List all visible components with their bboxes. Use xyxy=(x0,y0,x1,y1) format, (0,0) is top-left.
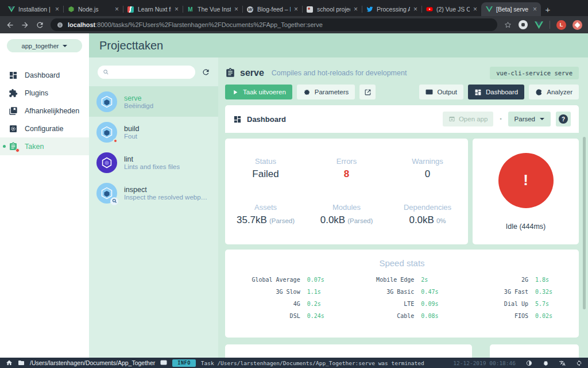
sidebar-item-tasks[interactable]: Taken xyxy=(0,137,89,155)
close-icon[interactable]: × xyxy=(473,6,477,13)
twitter-icon xyxy=(366,6,373,13)
bookmark-star-icon[interactable] xyxy=(504,21,512,29)
forward-icon[interactable] xyxy=(21,21,29,29)
browser-tab[interactable]: (2) Vue JS Cra × xyxy=(421,2,481,16)
status-bar: /Users/larstenhagen/Documents/App_Togeth… xyxy=(0,358,588,368)
task-item-build[interactable]: build Fout xyxy=(89,117,218,147)
translate-icon[interactable] xyxy=(559,360,566,366)
sidebar-item-dashboard[interactable]: Dashboard xyxy=(0,66,89,84)
open-task-page-button[interactable] xyxy=(359,85,376,99)
stat-value: 0.0kB xyxy=(409,214,434,225)
task-search-input[interactable] xyxy=(113,69,190,76)
task-item-lint[interactable]: lint Lints and fixes files xyxy=(89,147,218,178)
parameters-label: Parameters xyxy=(315,89,349,95)
browser-tab[interactable]: Node.js × xyxy=(63,2,123,16)
dashboard-scrollbar[interactable] xyxy=(583,137,586,309)
sidebar-item-label: Plugins xyxy=(25,89,48,97)
help-button[interactable]: ? xyxy=(556,112,571,126)
speed-stats-column: Mobile Edge2s 3G Basic0.47s LTE0.09s Cab… xyxy=(352,277,452,319)
error-dot xyxy=(16,148,20,152)
task-list-panel: serve Beëindigd build Fout xyxy=(89,57,218,358)
analyzer-donut-icon xyxy=(535,89,543,96)
new-tab-button[interactable]: + xyxy=(541,2,555,16)
log-console-icon[interactable] xyxy=(160,359,167,366)
url-text: localhost:8000/tasks/%2FUsers%2Flarstenh… xyxy=(68,21,323,28)
sidebar-item-plugins[interactable]: Plugins xyxy=(0,84,89,102)
close-icon[interactable]: × xyxy=(294,6,298,13)
close-icon[interactable]: × xyxy=(234,6,238,13)
stat-assets: Assets 35.7kB(Parsed) xyxy=(225,203,306,226)
run-task-button[interactable]: Taak uitvoeren xyxy=(225,85,292,99)
browser-tab-active[interactable]: [Beta] serve - × xyxy=(481,2,541,16)
speed-value: 1.8s xyxy=(535,277,566,283)
folder-icon[interactable] xyxy=(18,359,25,366)
browser-tab[interactable]: Installation | Vu × xyxy=(3,2,63,16)
parameters-button[interactable]: Parameters xyxy=(297,85,355,99)
running-task-dot xyxy=(3,145,6,148)
back-icon[interactable] xyxy=(6,21,14,29)
address-bar[interactable]: localhost:8000/tasks/%2FUsers%2Flarstenh… xyxy=(51,18,497,31)
close-icon[interactable]: × xyxy=(413,6,417,13)
project-path[interactable]: /Users/larstenhagen/Documents/App_Togeth… xyxy=(30,359,155,366)
close-icon[interactable]: × xyxy=(55,6,59,13)
error-dot xyxy=(113,139,118,143)
tab-dashboard-label: Dashboard xyxy=(486,89,518,95)
extension-icon[interactable] xyxy=(519,20,528,29)
open-app-button[interactable]: Open app xyxy=(443,112,494,126)
browser-tab[interactable]: school project × xyxy=(302,2,362,16)
site-info-icon[interactable] xyxy=(57,22,63,28)
browser-tab[interactable]: Learn Nuxt fro × xyxy=(123,2,183,16)
reload-icon[interactable] xyxy=(36,21,44,29)
stat-value: 0 xyxy=(425,168,430,179)
tab-dashboard[interactable]: Dashboard xyxy=(468,85,524,99)
task-item-inspect[interactable]: inspect Inspect the resolved webpa… xyxy=(89,178,218,208)
speed-label: Cable xyxy=(352,313,415,319)
sync-icon[interactable] xyxy=(576,360,582,366)
close-icon[interactable]: × xyxy=(533,6,537,13)
task-detail-view: serve Compiles and hot-reloads for devel… xyxy=(218,57,588,358)
browser-tab[interactable]: Processing An × xyxy=(362,2,421,16)
eslint-icon xyxy=(96,152,117,173)
page-header: Projecttaken xyxy=(89,33,588,57)
stat-value: 35.7kB xyxy=(237,214,267,225)
project-select[interactable]: app_together xyxy=(7,39,82,52)
browser-tab[interactable]: W Blog-feed – E × xyxy=(242,2,302,16)
tab-analyzer[interactable]: Analyzer xyxy=(529,85,579,99)
stat-label: Modules xyxy=(306,203,387,212)
close-icon[interactable]: × xyxy=(354,6,358,13)
task-name: serve xyxy=(124,94,153,102)
speed-value: 0.2s xyxy=(307,301,338,307)
close-icon[interactable]: × xyxy=(175,6,179,13)
stat-label: Assets xyxy=(225,203,306,212)
profile-icon[interactable] xyxy=(572,20,582,30)
tab-output[interactable]: Output xyxy=(419,85,463,99)
webpack-icon xyxy=(96,91,117,112)
task-search xyxy=(98,66,195,79)
refresh-tasks-button[interactable] xyxy=(202,68,210,76)
sidebar-item-configuration[interactable]: Configuratie xyxy=(0,120,89,137)
vue-devtools-icon[interactable] xyxy=(534,20,543,29)
stat-label: Status xyxy=(225,157,306,166)
log-message[interactable]: Task /Users/larstenhagen/Documents/App_T… xyxy=(201,360,448,366)
task-name: build xyxy=(124,125,139,133)
speed-stats-title: Speed stats xyxy=(238,258,566,268)
run-task-label: Taak uitvoeren xyxy=(243,89,286,95)
chevron-down-icon xyxy=(540,118,544,120)
log-level-badge: INFO xyxy=(172,359,195,367)
avatar[interactable]: L xyxy=(556,20,566,30)
speed-value: 2s xyxy=(421,277,452,283)
dark-mode-toggle-icon[interactable] xyxy=(526,360,532,366)
size-mode-select[interactable]: Parsed xyxy=(508,112,551,126)
speed-label: Global Average xyxy=(238,277,300,283)
bug-report-icon[interactable] xyxy=(543,360,549,366)
tab-title: Blog-feed – E xyxy=(257,6,291,13)
browser-toolbar: localhost:8000/tasks/%2FUsers%2Flarstenh… xyxy=(0,16,588,33)
home-icon[interactable] xyxy=(6,359,13,366)
dashboard-grid-icon xyxy=(9,71,18,80)
close-icon[interactable]: × xyxy=(115,6,119,13)
tab-title: Node.js xyxy=(78,6,111,13)
sidebar-item-dependencies[interactable]: Afhankelijkheden xyxy=(0,102,89,120)
stat-value: 8 xyxy=(344,168,349,179)
task-item-serve[interactable]: serve Beëindigd xyxy=(89,86,218,117)
browser-tab[interactable]: M The Vue Instan × xyxy=(183,2,242,16)
